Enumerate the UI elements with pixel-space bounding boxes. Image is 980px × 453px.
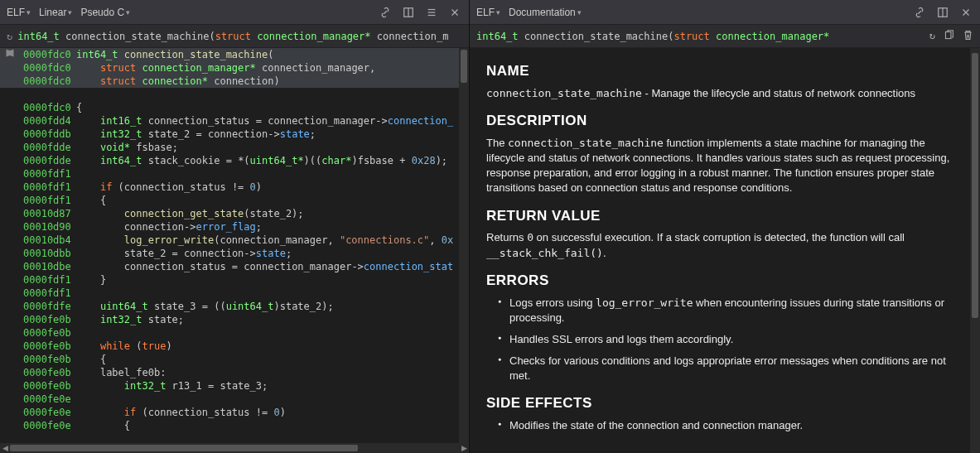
code-line[interactable]: 0000fe0e { [0,419,469,432]
chevron-down-icon: ▾ [27,8,31,17]
link-icon[interactable] [378,5,393,20]
code-line[interactable]: 0000fdfe uint64_t state_3 = ((uint64_t)s… [0,300,469,313]
code-line[interactable]: 0000fdde int64_t stack_cookie = *(uint64… [0,154,469,167]
address: 00010db4 [20,234,76,247]
gutter [0,207,20,220]
code-line[interactable]: 00010dbb state_2 = connection->state; [0,247,469,260]
split-icon[interactable] [401,5,416,20]
code-view[interactable]: 0000fdc0int64_t connection_state_machine… [0,48,469,443]
code-text: int32_t state_2 = connection->state; [76,128,469,141]
refresh-icon[interactable]: ↻ [929,30,935,43]
book-icon [0,48,20,61]
code-line[interactable]: 0000fdf1 { [0,194,469,207]
code-line[interactable]: 0000fdc0 struct connection* connection) [0,75,469,88]
code-line[interactable]: 0000fe0b label_fe0b: [0,366,469,379]
code-line[interactable]: 0000fdd4 int16_t connection_status = con… [0,114,469,128]
address: 00010d87 [20,207,76,220]
documentation-view[interactable]: NAME connection_state_machine - Manage t… [470,48,980,453]
code-line[interactable]: 0000fdc0{ [0,101,469,114]
code-line[interactable]: 0000fdc0 struct connection_manager* conn… [0,61,469,75]
close-icon[interactable] [447,5,462,20]
list-item: Logs errors using log_error_write when e… [509,296,957,325]
left-signature-bar: ↻ int64_t connection_state_machine(struc… [0,25,469,48]
address: 0000fddb [20,128,76,141]
address: 0000fdc0 [20,48,76,61]
gutter [0,353,20,366]
address: 0000fdde [20,154,76,167]
link-icon[interactable] [912,5,927,20]
code-line[interactable]: 0000fe0b while (true) [0,340,469,353]
language-dropdown[interactable]: Pseudo C▾ [80,7,130,18]
gutter [0,406,20,419]
view-type-dropdown[interactable]: ELF▾ [476,7,500,18]
doc-dropdown[interactable]: Documentation▾ [509,7,582,18]
view-type-dropdown[interactable]: ELF▾ [7,7,31,18]
svg-rect-11 [945,31,951,38]
code-line[interactable]: 0000fe0b int32_t r13_1 = state_3; [0,379,469,393]
code-text: connection->error_flag; [76,220,469,234]
code-line[interactable]: 0000fdc0int64_t connection_state_machine… [0,48,469,61]
doc-heading-errors: ERRORS [486,271,957,291]
code-line[interactable]: 0000fdf1 } [0,273,469,287]
gutter [0,114,20,128]
scroll-left-arrow[interactable]: ◀ [0,443,10,453]
code-line[interactable]: 0000fdde void* fsbase; [0,141,469,154]
chevron-down-icon: ▾ [68,8,72,17]
gutter [0,260,20,273]
chevron-down-icon: ▾ [126,8,130,17]
list-item: Modifies the state of the connection and… [509,418,957,433]
gutter [0,313,20,326]
address: 0000fdf1 [20,194,76,207]
code-line[interactable]: 0000fe0e [0,393,469,406]
gutter [0,379,20,393]
code-line[interactable]: 00010dbe connection_status = connection_… [0,260,469,273]
gutter [0,181,20,194]
code-text: state_2 = connection->state; [76,247,469,260]
code-line[interactable]: 0000fdf1 [0,167,469,181]
code-text: struct connection_manager* connection_ma… [76,61,469,75]
gutter [0,167,20,181]
code-line[interactable]: 00010d87 connection_get_state(state_2); [0,207,469,220]
gutter [0,141,20,154]
address: 0000fe0e [20,419,76,432]
code-text: } [76,273,469,287]
function-signature: int64_t connection_state_machine(struct … [476,31,829,42]
gutter [0,287,20,300]
vertical-scrollbar[interactable] [970,48,980,453]
code-text: int16_t connection_status = connection_m… [76,114,469,128]
address: 0000fdf1 [20,287,76,300]
doc-heading-return: RETURN VALUE [486,206,957,226]
copy-icon[interactable] [944,30,954,43]
right-toolbar: ELF▾ Documentation▾ [470,0,980,25]
address: 0000fe0b [20,313,76,326]
code-line[interactable]: 0000fe0e if (connection_status != 0) [0,406,469,419]
address: 0000fdd4 [20,114,76,128]
list-item: Checks for various conditions and logs a… [509,354,957,383]
gutter [0,75,20,88]
view-mode-dropdown[interactable]: Linear▾ [39,7,72,18]
code-text: int64_t connection_state_machine( [76,48,469,61]
delete-icon[interactable] [963,30,973,43]
code-text: { [76,194,469,207]
horizontal-scrollbar[interactable]: ◀ ▶ [0,443,469,453]
refresh-icon[interactable]: ↻ [7,31,12,42]
code-text: label_fe0b: [76,366,469,379]
doc-heading-description: DESCRIPTION [486,111,957,131]
vertical-scrollbar[interactable] [459,48,469,443]
code-line[interactable]: 00010d90 connection->error_flag; [0,220,469,234]
gutter [0,366,20,379]
gutter [0,273,20,287]
code-line[interactable]: 0000fe0b int32_t state; [0,313,469,326]
code-line[interactable]: 0000fe0b { [0,353,469,366]
close-icon[interactable] [958,5,973,20]
split-icon[interactable] [935,5,950,20]
code-line[interactable]: 0000fe0b [0,326,469,340]
menu-icon[interactable] [424,5,439,20]
scroll-right-arrow[interactable]: ▶ [459,443,469,453]
code-line[interactable]: 0000fdf1 [0,287,469,300]
code-line[interactable]: 0000fddb int32_t state_2 = connection->s… [0,128,469,141]
code-line[interactable] [0,88,469,101]
code-line[interactable]: 0000fdf1 if (connection_status != 0) [0,181,469,194]
code-line[interactable]: 00010db4 log_error_write(connection_mana… [0,234,469,247]
address: 00010dbe [20,260,76,273]
